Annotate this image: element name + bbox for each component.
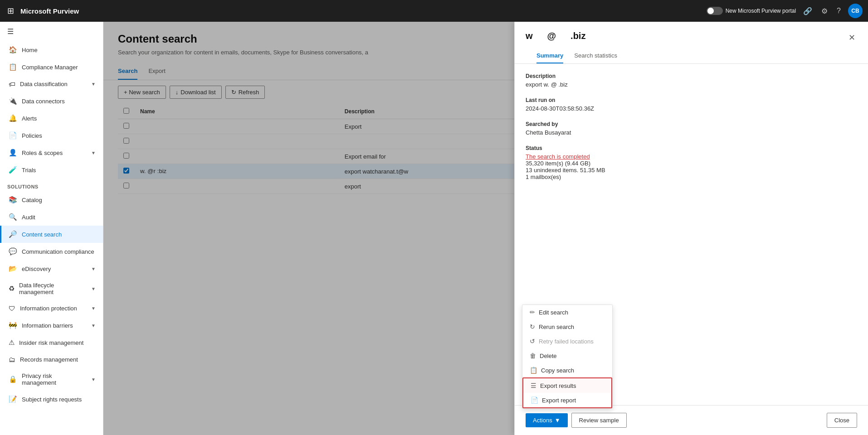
sidebar-item-catalog[interactable]: 📚 Catalog — [0, 191, 103, 208]
sidebar-item-lifecycle-label: Data lifecycle management — [19, 282, 87, 295]
description-label: Description — [526, 73, 857, 79]
panel-title-biz: .biz — [571, 31, 585, 41]
status-label: Status — [526, 145, 857, 151]
export-results-item[interactable]: ☰ Export results — [523, 378, 611, 393]
export-report-item[interactable]: 📄 Export report — [523, 393, 611, 407]
sidebar-hamburger[interactable]: ☰ — [0, 22, 103, 41]
field-searched-by: Searched by Chetta Busayarat — [526, 121, 857, 136]
sidebar-item-audit[interactable]: 🔍 Audit — [0, 208, 103, 226]
waffle-icon[interactable]: ⊞ — [5, 4, 16, 18]
close-label: Close — [834, 417, 849, 424]
chevron-down-icon: ▼ — [91, 82, 96, 87]
status-completed[interactable]: The search is completed — [526, 153, 857, 160]
sidebar-item-roles-label: Roles & scopes — [22, 150, 87, 156]
sidebar-item-data-classification[interactable]: 🏷 Data classification ▼ — [0, 76, 103, 92]
review-sample-label: Review sample — [579, 417, 619, 424]
policies-icon: 📄 — [9, 131, 17, 140]
sidebar-item-ediscovery[interactable]: 📂 eDiscovery ▼ — [0, 260, 103, 277]
settings-icon[interactable]: ⚙ — [819, 5, 829, 17]
sidebar-item-comm-compliance-label: Communication compliance — [22, 248, 96, 255]
export-report-icon: 📄 — [531, 396, 538, 404]
sidebar-item-insider-risk[interactable]: ⚠ Insider risk management — [0, 334, 103, 351]
export-group: ☰ Export results 📄 Export report — [522, 377, 612, 408]
topbar-right: New Microsoft Purview portal 🔗 ⚙ ? CB — [707, 4, 863, 18]
edit-search-item[interactable]: ✏ Edit search — [522, 305, 612, 319]
panel-title-w: w — [526, 31, 533, 41]
sidebar-item-subject-rights[interactable]: 📝 Subject rights requests — [0, 391, 103, 408]
retry-failed-item: ↺ Retry failed locations — [522, 334, 612, 348]
app-title: Microsoft Purview — [20, 7, 702, 15]
sidebar-item-privacy-label: Privacy risk management — [22, 372, 87, 386]
catalog-icon: 📚 — [9, 196, 17, 204]
sidebar-item-info-protection-label: Information protection — [20, 305, 87, 312]
sidebar-item-trials-label: Trials — [22, 167, 96, 174]
chevron-down-icon: ▼ — [91, 286, 96, 291]
info-protection-icon: 🛡 — [9, 304, 15, 312]
sidebar-item-home[interactable]: 🏠 Home — [0, 41, 103, 58]
actions-label: Actions — [533, 417, 552, 424]
lifecycle-icon: ♻ — [9, 285, 15, 293]
review-sample-button[interactable]: Review sample — [571, 413, 627, 428]
sidebar-item-records-mgmt[interactable]: 🗂 Records management — [0, 351, 103, 368]
portal-toggle[interactable]: New Microsoft Purview portal — [707, 7, 796, 15]
content-area: Content search Search your organization … — [103, 22, 868, 435]
sidebar-item-content-search[interactable]: 🔎 Content search — [0, 226, 103, 243]
sidebar-item-communication-compliance[interactable]: 💬 Communication compliance — [0, 243, 103, 260]
compliance-icon: 📋 — [9, 63, 17, 71]
info-barriers-icon: 🚧 — [9, 321, 17, 329]
desc-biz: .biz — [558, 81, 567, 88]
retry-icon: ↺ — [530, 338, 535, 345]
sidebar-item-alerts[interactable]: 🔔 Alerts — [0, 110, 103, 127]
sidebar-item-alerts-label: Alerts — [22, 115, 96, 122]
sidebar-item-info-protection[interactable]: 🛡 Information protection ▼ — [0, 300, 103, 317]
help-icon[interactable]: ? — [835, 5, 843, 17]
actions-chevron-icon: ▼ — [555, 417, 561, 424]
copy-search-item[interactable]: 📋 Copy search — [522, 363, 612, 377]
sidebar: ☰ 🏠 Home 📋 Compliance Manager 🏷 Data cla… — [0, 22, 103, 435]
rerun-icon: ↻ — [530, 323, 535, 330]
toggle-switch-icon[interactable] — [707, 7, 723, 15]
desc-w: export w. — [526, 81, 549, 88]
sidebar-item-compliance-manager[interactable]: 📋 Compliance Manager — [0, 58, 103, 76]
sidebar-item-data-lifecycle[interactable]: ♻ Data lifecycle management ▼ — [0, 277, 103, 300]
panel-tab-search-statistics[interactable]: Search statistics — [574, 48, 617, 63]
panel-tab-summary[interactable]: Summary — [536, 48, 563, 63]
sidebar-item-compliance-label: Compliance Manager — [22, 64, 96, 71]
actions-button[interactable]: Actions ▼ — [526, 413, 568, 427]
sidebar-item-roles-scopes[interactable]: 👤 Roles & scopes ▼ — [0, 144, 103, 161]
close-button[interactable]: Close — [827, 413, 857, 428]
chevron-down-icon: ▼ — [91, 306, 96, 311]
avatar[interactable]: CB — [848, 4, 863, 18]
sidebar-item-connectors-label: Data connectors — [22, 98, 96, 105]
sidebar-item-policies-label: Policies — [22, 132, 96, 139]
sidebar-item-info-barriers[interactable]: 🚧 Information barriers ▼ — [0, 317, 103, 334]
status-mailboxes: 1 mailbox(es) — [526, 174, 857, 180]
chevron-down-icon: ▼ — [91, 377, 96, 382]
sidebar-item-policies[interactable]: 📄 Policies — [0, 127, 103, 144]
sidebar-item-audit-label: Audit — [22, 214, 96, 221]
chevron-down-icon: ▼ — [91, 266, 96, 271]
close-icon[interactable]: ✕ — [847, 31, 857, 44]
field-status: Status The search is completed 35,320 it… — [526, 145, 857, 180]
delete-icon: 🗑 — [530, 352, 536, 359]
description-value: export w. @ .biz — [526, 81, 857, 88]
sidebar-item-trials[interactable]: 🧪 Trials — [0, 161, 103, 179]
field-last-run: Last run on 2024-08-30T03:58:50.36Z — [526, 97, 857, 112]
sidebar-item-privacy-risk[interactable]: 🔒 Privacy risk management ▼ — [0, 368, 103, 391]
panel-footer: Actions ▼ Review sample Close — [515, 405, 868, 435]
sidebar-item-home-label: Home — [22, 47, 96, 53]
export-results-icon: ☰ — [531, 382, 536, 389]
classification-icon: 🏷 — [9, 80, 15, 88]
last-run-label: Last run on — [526, 97, 857, 103]
status-unindexed: 13 unindexed items. 51.35 MB — [526, 167, 857, 174]
last-run-value: 2024-08-30T03:58:50.36Z — [526, 105, 857, 112]
rerun-search-item[interactable]: ↻ Rerun search — [522, 319, 612, 334]
delete-item[interactable]: 🗑 Delete — [522, 348, 612, 363]
sidebar-item-data-connectors[interactable]: 🔌 Data connectors — [0, 92, 103, 110]
main-layout: ☰ 🏠 Home 📋 Compliance Manager 🏷 Data cla… — [0, 22, 868, 435]
edit-search-label: Edit search — [539, 309, 568, 316]
ediscovery-icon: 📂 — [9, 265, 17, 273]
field-description: Description export w. @ .biz — [526, 73, 857, 88]
share-icon[interactable]: 🔗 — [801, 5, 814, 17]
sidebar-item-ediscovery-label: eDiscovery — [22, 266, 87, 272]
